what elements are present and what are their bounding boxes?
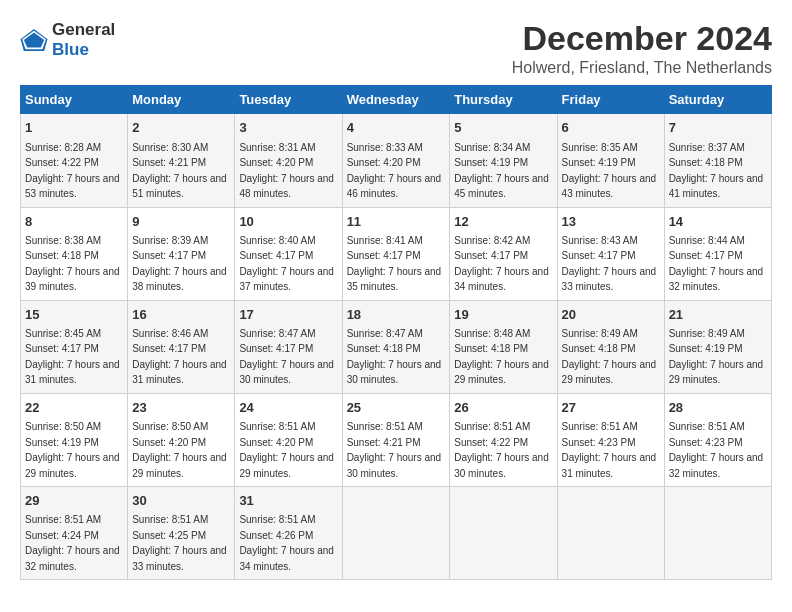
day-number: 8 — [25, 213, 123, 231]
calendar-cell: 7 Sunrise: 8:37 AMSunset: 4:18 PMDayligh… — [664, 114, 771, 207]
day-header-sunday: Sunday — [21, 86, 128, 114]
calendar-cell: 17 Sunrise: 8:47 AMSunset: 4:17 PMDaylig… — [235, 300, 342, 393]
calendar-cell: 11 Sunrise: 8:41 AMSunset: 4:17 PMDaylig… — [342, 207, 450, 300]
day-number: 20 — [562, 306, 660, 324]
day-number: 22 — [25, 399, 123, 417]
day-number: 25 — [347, 399, 446, 417]
calendar-cell: 12 Sunrise: 8:42 AMSunset: 4:17 PMDaylig… — [450, 207, 557, 300]
day-number: 30 — [132, 492, 230, 510]
title-section: December 2024 Holwerd, Friesland, The Ne… — [512, 20, 772, 77]
day-number: 14 — [669, 213, 767, 231]
calendar-header-row: SundayMondayTuesdayWednesdayThursdayFrid… — [21, 86, 772, 114]
subtitle: Holwerd, Friesland, The Netherlands — [512, 59, 772, 77]
day-number: 29 — [25, 492, 123, 510]
day-info: Sunrise: 8:45 AMSunset: 4:17 PMDaylight:… — [25, 328, 120, 386]
day-number: 3 — [239, 119, 337, 137]
calendar-cell: 29 Sunrise: 8:51 AMSunset: 4:24 PMDaylig… — [21, 487, 128, 580]
calendar-cell: 3 Sunrise: 8:31 AMSunset: 4:20 PMDayligh… — [235, 114, 342, 207]
calendar-cell — [450, 487, 557, 580]
day-number: 6 — [562, 119, 660, 137]
day-info: Sunrise: 8:47 AMSunset: 4:17 PMDaylight:… — [239, 328, 334, 386]
day-info: Sunrise: 8:51 AMSunset: 4:21 PMDaylight:… — [347, 421, 442, 479]
day-info: Sunrise: 8:34 AMSunset: 4:19 PMDaylight:… — [454, 142, 549, 200]
main-title: December 2024 — [512, 20, 772, 57]
day-info: Sunrise: 8:51 AMSunset: 4:23 PMDaylight:… — [562, 421, 657, 479]
day-number: 17 — [239, 306, 337, 324]
calendar-cell: 2 Sunrise: 8:30 AMSunset: 4:21 PMDayligh… — [128, 114, 235, 207]
calendar-cell — [557, 487, 664, 580]
day-number: 18 — [347, 306, 446, 324]
day-number: 28 — [669, 399, 767, 417]
day-number: 27 — [562, 399, 660, 417]
day-header-thursday: Thursday — [450, 86, 557, 114]
calendar-cell: 22 Sunrise: 8:50 AMSunset: 4:19 PMDaylig… — [21, 393, 128, 486]
day-info: Sunrise: 8:38 AMSunset: 4:18 PMDaylight:… — [25, 235, 120, 293]
day-info: Sunrise: 8:49 AMSunset: 4:18 PMDaylight:… — [562, 328, 657, 386]
calendar-cell: 24 Sunrise: 8:51 AMSunset: 4:20 PMDaylig… — [235, 393, 342, 486]
day-number: 12 — [454, 213, 552, 231]
calendar-cell: 16 Sunrise: 8:46 AMSunset: 4:17 PMDaylig… — [128, 300, 235, 393]
logo-text: General Blue — [52, 20, 115, 60]
calendar-cell: 30 Sunrise: 8:51 AMSunset: 4:25 PMDaylig… — [128, 487, 235, 580]
calendar-cell: 18 Sunrise: 8:47 AMSunset: 4:18 PMDaylig… — [342, 300, 450, 393]
calendar-table: SundayMondayTuesdayWednesdayThursdayFrid… — [20, 85, 772, 580]
calendar-cell: 19 Sunrise: 8:48 AMSunset: 4:18 PMDaylig… — [450, 300, 557, 393]
calendar-cell: 14 Sunrise: 8:44 AMSunset: 4:17 PMDaylig… — [664, 207, 771, 300]
day-info: Sunrise: 8:30 AMSunset: 4:21 PMDaylight:… — [132, 142, 227, 200]
day-number: 9 — [132, 213, 230, 231]
day-info: Sunrise: 8:40 AMSunset: 4:17 PMDaylight:… — [239, 235, 334, 293]
day-header-monday: Monday — [128, 86, 235, 114]
day-number: 2 — [132, 119, 230, 137]
calendar-cell: 31 Sunrise: 8:51 AMSunset: 4:26 PMDaylig… — [235, 487, 342, 580]
calendar-week-1: 1 Sunrise: 8:28 AMSunset: 4:22 PMDayligh… — [21, 114, 772, 207]
day-info: Sunrise: 8:51 AMSunset: 4:25 PMDaylight:… — [132, 514, 227, 572]
day-number: 24 — [239, 399, 337, 417]
day-info: Sunrise: 8:43 AMSunset: 4:17 PMDaylight:… — [562, 235, 657, 293]
day-number: 26 — [454, 399, 552, 417]
day-number: 13 — [562, 213, 660, 231]
calendar-week-2: 8 Sunrise: 8:38 AMSunset: 4:18 PMDayligh… — [21, 207, 772, 300]
day-info: Sunrise: 8:42 AMSunset: 4:17 PMDaylight:… — [454, 235, 549, 293]
day-info: Sunrise: 8:44 AMSunset: 4:17 PMDaylight:… — [669, 235, 764, 293]
day-number: 19 — [454, 306, 552, 324]
day-number: 7 — [669, 119, 767, 137]
day-number: 15 — [25, 306, 123, 324]
day-info: Sunrise: 8:39 AMSunset: 4:17 PMDaylight:… — [132, 235, 227, 293]
calendar-cell: 9 Sunrise: 8:39 AMSunset: 4:17 PMDayligh… — [128, 207, 235, 300]
calendar-cell: 13 Sunrise: 8:43 AMSunset: 4:17 PMDaylig… — [557, 207, 664, 300]
logo: General Blue — [20, 20, 115, 60]
calendar-cell: 21 Sunrise: 8:49 AMSunset: 4:19 PMDaylig… — [664, 300, 771, 393]
day-info: Sunrise: 8:46 AMSunset: 4:17 PMDaylight:… — [132, 328, 227, 386]
day-info: Sunrise: 8:51 AMSunset: 4:23 PMDaylight:… — [669, 421, 764, 479]
day-number: 10 — [239, 213, 337, 231]
calendar-cell: 26 Sunrise: 8:51 AMSunset: 4:22 PMDaylig… — [450, 393, 557, 486]
day-info: Sunrise: 8:51 AMSunset: 4:22 PMDaylight:… — [454, 421, 549, 479]
day-info: Sunrise: 8:51 AMSunset: 4:26 PMDaylight:… — [239, 514, 334, 572]
calendar-week-4: 22 Sunrise: 8:50 AMSunset: 4:19 PMDaylig… — [21, 393, 772, 486]
day-info: Sunrise: 8:50 AMSunset: 4:20 PMDaylight:… — [132, 421, 227, 479]
calendar-cell — [342, 487, 450, 580]
day-info: Sunrise: 8:47 AMSunset: 4:18 PMDaylight:… — [347, 328, 442, 386]
calendar-cell: 28 Sunrise: 8:51 AMSunset: 4:23 PMDaylig… — [664, 393, 771, 486]
day-number: 31 — [239, 492, 337, 510]
calendar-cell: 25 Sunrise: 8:51 AMSunset: 4:21 PMDaylig… — [342, 393, 450, 486]
calendar-week-5: 29 Sunrise: 8:51 AMSunset: 4:24 PMDaylig… — [21, 487, 772, 580]
day-header-wednesday: Wednesday — [342, 86, 450, 114]
calendar-cell — [664, 487, 771, 580]
day-number: 11 — [347, 213, 446, 231]
day-number: 4 — [347, 119, 446, 137]
calendar-cell: 5 Sunrise: 8:34 AMSunset: 4:19 PMDayligh… — [450, 114, 557, 207]
calendar-cell: 15 Sunrise: 8:45 AMSunset: 4:17 PMDaylig… — [21, 300, 128, 393]
day-info: Sunrise: 8:49 AMSunset: 4:19 PMDaylight:… — [669, 328, 764, 386]
day-header-friday: Friday — [557, 86, 664, 114]
day-header-tuesday: Tuesday — [235, 86, 342, 114]
day-number: 1 — [25, 119, 123, 137]
day-info: Sunrise: 8:37 AMSunset: 4:18 PMDaylight:… — [669, 142, 764, 200]
day-number: 21 — [669, 306, 767, 324]
day-info: Sunrise: 8:28 AMSunset: 4:22 PMDaylight:… — [25, 142, 120, 200]
logo-general: General — [52, 20, 115, 39]
calendar-cell: 23 Sunrise: 8:50 AMSunset: 4:20 PMDaylig… — [128, 393, 235, 486]
calendar-cell: 27 Sunrise: 8:51 AMSunset: 4:23 PMDaylig… — [557, 393, 664, 486]
calendar-cell: 10 Sunrise: 8:40 AMSunset: 4:17 PMDaylig… — [235, 207, 342, 300]
calendar-cell: 20 Sunrise: 8:49 AMSunset: 4:18 PMDaylig… — [557, 300, 664, 393]
